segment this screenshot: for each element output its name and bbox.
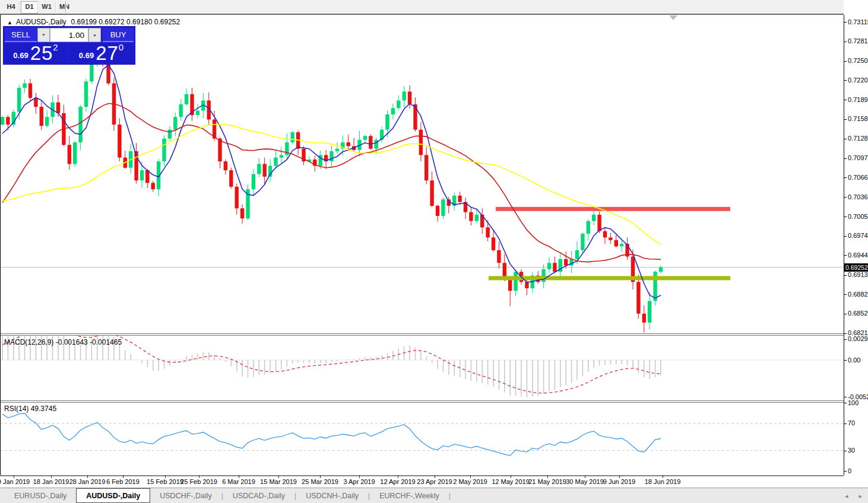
price-axis-tick <box>844 294 847 295</box>
buy-button[interactable]: BUY <box>103 28 134 42</box>
volume-decrease-button[interactable]: ▼ <box>37 28 50 42</box>
price-axis-tick <box>844 22 847 23</box>
ohlc-low: 0.69180 <box>126 18 152 26</box>
rsi-indicator-label: RSI(14) 49.3745 <box>4 405 56 413</box>
rsi-axis-label: 70 <box>848 419 855 426</box>
price-axis-label: 0.69745 <box>848 232 868 239</box>
price-axis-tick <box>844 255 847 256</box>
chart-left-border <box>0 15 1 475</box>
price-axis-label: 0.70050 <box>848 213 868 220</box>
symbol-label: AUDUSD-,Daily <box>16 18 66 26</box>
price-axis-label: 0.72200 <box>848 77 868 84</box>
buy-price-display[interactable]: 0.69 27 0 <box>69 43 134 63</box>
price-axis-tick <box>844 139 847 139</box>
chart-header: ▲AUDUSD-,Daily0.69199 0.69272 0.69180 0.… <box>7 18 180 26</box>
tab-usdchf-daily[interactable]: USDCHF-,Daily <box>150 488 221 503</box>
price-axis-label: 0.71890 <box>848 96 868 103</box>
buy-price-big-digits: 27 <box>96 44 119 62</box>
tab-usdcad-daily[interactable]: USDCAD-,Daily <box>223 488 294 503</box>
timeframe-button-w1[interactable]: W1 <box>39 1 55 12</box>
price-axis-label: 0.69440 <box>848 252 868 259</box>
rsi-axis-tick <box>844 451 847 451</box>
buy-price-pipette: 0 <box>119 42 123 52</box>
rsi-axis-tick <box>844 424 847 424</box>
price-axis-tick <box>844 158 847 159</box>
price-axis-tick <box>844 217 847 217</box>
sell-price-big-digits: 25 <box>30 44 53 62</box>
price-axis-label: 0.70360 <box>848 193 868 200</box>
price-axis-label: 0.73115 <box>848 18 868 26</box>
volume-increase-button[interactable]: ▲ <box>88 28 101 42</box>
rsi-axis-label: 30 <box>848 447 855 454</box>
tab-eurchf-weekly[interactable]: EURCHF-,Weekly <box>370 488 448 503</box>
timeframe-button-d1[interactable]: D1 <box>21 1 38 14</box>
price-axis-label: 0.71280 <box>848 135 868 142</box>
price-axis-tick <box>844 236 847 237</box>
price-axis-label: 0.70970 <box>848 154 868 161</box>
macd-axis-label: 0.002984 <box>848 335 868 342</box>
collapse-panel-icon[interactable]: ▲ <box>7 20 12 26</box>
price-axis-tick <box>844 314 847 314</box>
price-axis-tick <box>844 197 847 198</box>
current-price-tag: 0.69252 <box>844 263 868 272</box>
tab-audusd-daily[interactable]: AUDUSD-,Daily <box>76 488 150 503</box>
chart-tab-bar: EURUSD-,Daily AUDUSD-,Daily USDCHF-,Dail… <box>0 488 868 503</box>
sell-price-pipette: 2 <box>53 42 58 52</box>
macd-axis-tick <box>844 339 847 340</box>
price-axis-tick <box>844 333 847 334</box>
arrow-up-icon: ▲ <box>93 33 97 37</box>
tab-eurusd-daily[interactable]: EURUSD-,Daily <box>5 488 76 503</box>
macd-axis-tick <box>844 360 847 361</box>
price-axis-line <box>844 15 844 475</box>
rsi-chart-canvas[interactable] <box>0 403 844 475</box>
price-axis-label: 0.72505 <box>848 57 868 64</box>
price-axis-tick <box>844 119 847 120</box>
tab-separator: | <box>449 488 451 503</box>
price-axis-label: 0.68825 <box>848 291 868 298</box>
one-click-trade-panel: SELL ▼ ▲ BUY 0.69 25 2 0.69 27 0 <box>4 27 135 64</box>
time-axis-label: 15 Mar 2019 <box>255 478 302 485</box>
macd-axis-label: 0.00 <box>848 356 860 364</box>
tab-scroll-left-icon[interactable]: ◂ <box>845 492 848 500</box>
macd-chart-canvas[interactable] <box>0 336 844 400</box>
price-axis-label: 0.71585 <box>848 115 868 122</box>
sell-price-prefix: 0.69 <box>13 51 28 60</box>
time-axis-label: 18 Jun 2019 <box>639 478 686 485</box>
rsi-axis-tick <box>844 403 847 403</box>
timeframe-button-mn[interactable]: MN <box>56 1 72 12</box>
macd-axis-tick <box>844 397 847 397</box>
arrow-down-icon: ▼ <box>42 33 46 37</box>
price-axis-tick <box>844 61 847 62</box>
price-axis-label: 0.72810 <box>848 37 868 44</box>
time-axis-label: 9 Jun 2019 <box>595 478 643 485</box>
tab-scroll-right-icon[interactable]: ▸ <box>859 492 862 500</box>
rsi-axis-tick <box>844 471 847 472</box>
rsi-axis-label: 0 <box>848 467 851 475</box>
time-axis[interactable]: 9 Jan 201918 Jan 201928 Jan 20196 Feb 20… <box>0 476 844 488</box>
price-axis-tick <box>844 177 847 178</box>
price-axis-label: 0.69130 <box>848 271 868 278</box>
sell-button[interactable]: SELL <box>5 28 37 42</box>
rsi-axis-label: 100 <box>848 399 859 406</box>
price-axis-label: 0.68520 <box>848 310 868 317</box>
tab-usdcnh-daily[interactable]: USDCNH-,Daily <box>296 488 368 503</box>
price-axis-tick <box>844 275 847 276</box>
price-axis-tick <box>844 42 847 42</box>
time-axis-label: 6 Feb 2019 <box>99 478 147 485</box>
price-axis-tick <box>844 100 847 100</box>
toolbar-groove <box>65 1 66 12</box>
timeframe-button-h4[interactable]: H4 <box>3 1 19 12</box>
price-axis-tick <box>844 80 847 81</box>
chart-shift-marker-icon[interactable] <box>669 15 677 20</box>
timeframe-toolbar: H4 D1 W1 MN <box>0 0 868 14</box>
ohlc-close: 0.69252 <box>154 18 180 26</box>
sell-price-display[interactable]: 0.69 25 2 <box>5 43 66 63</box>
ohlc-open: 0.69199 <box>71 18 97 26</box>
price-axis-label: 0.70665 <box>848 174 868 181</box>
price-axis[interactable]: 0.69252 0.731150.728100.725050.722000.71… <box>844 0 868 488</box>
volume-input[interactable] <box>50 28 88 42</box>
ohlc-high: 0.69272 <box>99 18 124 26</box>
buy-price-prefix: 0.69 <box>79 51 94 60</box>
macd-indicator-label: MACD(12,26,9) -0.001643 -0.001465 <box>4 338 122 346</box>
